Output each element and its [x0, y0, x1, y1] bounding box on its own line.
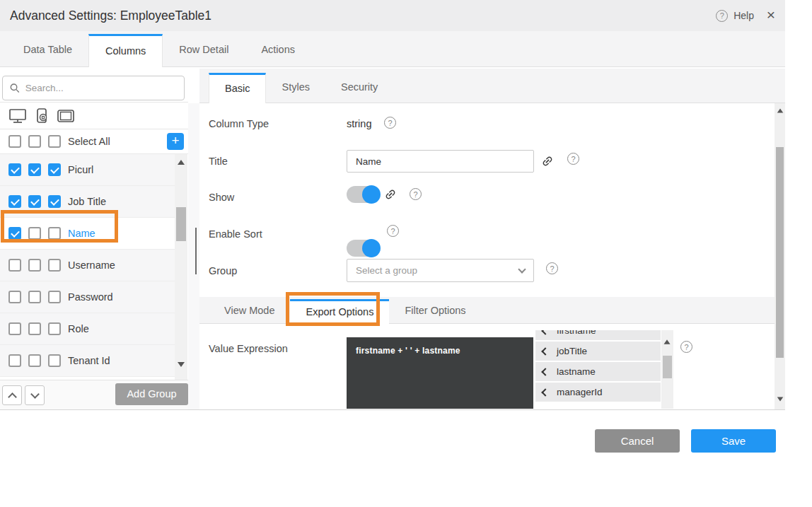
column-row-password[interactable]: Password	[0, 281, 175, 313]
checkbox-tablet[interactable]	[48, 354, 61, 367]
scrollbar-thumb[interactable]	[663, 356, 672, 378]
checkbox-tablet[interactable]	[48, 322, 61, 335]
scroll-up-arrow-icon[interactable]	[777, 109, 784, 113]
save-button[interactable]: Save	[691, 429, 776, 453]
help-icon[interactable]: ?	[410, 188, 422, 200]
chevron-down-icon	[518, 265, 526, 273]
help-label[interactable]: Help	[733, 10, 754, 21]
column-row-role[interactable]: Role	[0, 313, 175, 345]
checkbox-desktop[interactable]	[8, 291, 21, 303]
scroll-up-arrow-icon[interactable]	[664, 339, 671, 344]
scrollbar-thumb[interactable]	[776, 147, 784, 358]
tab-export-options[interactable]: Export Options	[290, 299, 389, 324]
tab-columns[interactable]: Columns	[88, 34, 163, 67]
group-select[interactable]: Select a group	[347, 259, 534, 282]
column-row-job-title[interactable]: Job Title	[0, 186, 175, 218]
column-row-username[interactable]: Username	[0, 250, 175, 281]
tablet-icon[interactable]	[57, 109, 75, 123]
tab-actions[interactable]: Actions	[245, 33, 311, 66]
scroll-up-arrow-icon[interactable]	[178, 160, 185, 165]
tab-styles[interactable]: Styles	[266, 72, 325, 103]
checkbox-desktop[interactable]	[8, 354, 21, 367]
enable-sort-toggle[interactable]	[347, 240, 379, 257]
title-input-box[interactable]	[347, 150, 534, 173]
sidebar-scrollbar[interactable]	[175, 154, 187, 380]
help-icon[interactable]: ?	[716, 10, 728, 22]
column-label: Role	[68, 323, 89, 334]
select-all-checkbox-desktop[interactable]	[8, 135, 21, 148]
help-icon[interactable]: ?	[546, 262, 558, 274]
field-item-jobtitle[interactable]: jobTitle	[535, 342, 661, 361]
title-label: Title	[209, 156, 228, 167]
toggle-knob	[362, 239, 381, 257]
link-binding-icon[interactable]	[384, 188, 397, 201]
checkbox-tablet[interactable]	[48, 291, 61, 303]
expression-code: firstname + ' ' + lastname	[356, 346, 524, 356]
help-icon[interactable]: ?	[680, 341, 692, 353]
checkbox-tablet[interactable]	[48, 259, 61, 272]
field-item-lastname[interactable]: lastname	[535, 362, 661, 381]
checkbox-mobile[interactable]	[28, 322, 41, 335]
columns-list: Picurl Job Title Name Username Password	[0, 154, 175, 377]
desktop-icon[interactable]	[8, 108, 27, 124]
checkbox-tablet[interactable]	[48, 195, 61, 208]
column-row-name[interactable]: Name	[0, 218, 175, 250]
tab-basic[interactable]: Basic	[209, 73, 266, 103]
expression-code-editor[interactable]: firstname + ' ' + lastname	[347, 337, 533, 409]
checkbox-desktop[interactable]	[8, 163, 21, 176]
tab-view-mode[interactable]: View Mode	[209, 298, 290, 323]
select-all-checkbox-mobile[interactable]	[28, 135, 41, 148]
show-toggle[interactable]	[347, 186, 379, 203]
tab-data-table[interactable]: Data Table	[7, 33, 88, 66]
close-icon[interactable]: ×	[767, 0, 775, 31]
field-item-managerid[interactable]: managerId	[535, 383, 661, 402]
dialog-header: Advanced Settings: EmployeeTable1 ? Help…	[0, 0, 785, 31]
checkbox-mobile[interactable]	[28, 354, 41, 367]
checkbox-tablet[interactable]	[48, 163, 61, 176]
checkbox-desktop[interactable]	[8, 259, 21, 272]
column-label: Tenant Id	[68, 355, 110, 366]
sub-tab-bar: View Mode Export Options Filter Options	[199, 297, 775, 324]
column-row-tenant-id[interactable]: Tenant Id	[0, 345, 175, 377]
chevron-left-icon	[541, 368, 549, 375]
search-input-box[interactable]	[2, 76, 185, 100]
add-column-button[interactable]: +	[167, 133, 184, 150]
column-label: Name	[68, 228, 95, 239]
chevron-down-icon	[30, 390, 40, 399]
tab-security[interactable]: Security	[325, 72, 393, 103]
checkbox-mobile[interactable]	[28, 195, 41, 208]
move-down-button[interactable]	[25, 385, 45, 405]
main-panel-scrollbar[interactable]	[775, 103, 785, 410]
checkbox-mobile[interactable]	[28, 291, 41, 303]
scroll-down-arrow-icon[interactable]	[178, 362, 185, 367]
cancel-button[interactable]: Cancel	[595, 429, 680, 453]
checkbox-tablet[interactable]	[48, 227, 61, 240]
move-up-button[interactable]	[2, 385, 22, 405]
scrollbar-thumb[interactable]	[176, 207, 186, 241]
checkbox-desktop[interactable]	[8, 322, 21, 335]
checkbox-mobile[interactable]	[28, 259, 41, 272]
scroll-down-arrow-icon[interactable]	[777, 397, 784, 402]
tab-filter-options[interactable]: Filter Options	[389, 298, 481, 323]
title-input[interactable]	[356, 156, 525, 167]
checkbox-desktop[interactable]	[8, 195, 21, 208]
select-all-checkbox-tablet[interactable]	[48, 135, 61, 148]
mobile-icon[interactable]	[34, 107, 50, 124]
checkbox-mobile[interactable]	[28, 163, 41, 176]
search-input[interactable]	[25, 83, 177, 93]
link-binding-icon[interactable]	[541, 155, 554, 168]
help-icon[interactable]: ?	[384, 117, 396, 129]
column-type-value: string	[347, 118, 371, 129]
help-icon[interactable]: ?	[387, 225, 399, 237]
tab-row-detail[interactable]: Row Detail	[163, 33, 245, 66]
panel-resize-handle[interactable]	[195, 228, 197, 274]
checkbox-mobile[interactable]	[28, 227, 41, 240]
add-group-button[interactable]: Add Group	[115, 383, 188, 405]
group-label: Group	[209, 265, 237, 276]
help-icon[interactable]: ?	[567, 153, 579, 165]
checkbox-desktop[interactable]	[8, 227, 21, 240]
field-item-firstname[interactable]: firstname	[535, 330, 661, 340]
expression-field-list: firstname jobTitle lastname managerId	[535, 330, 661, 409]
column-row-picurl[interactable]: Picurl	[0, 154, 175, 186]
field-list-scrollbar[interactable]	[661, 330, 673, 409]
